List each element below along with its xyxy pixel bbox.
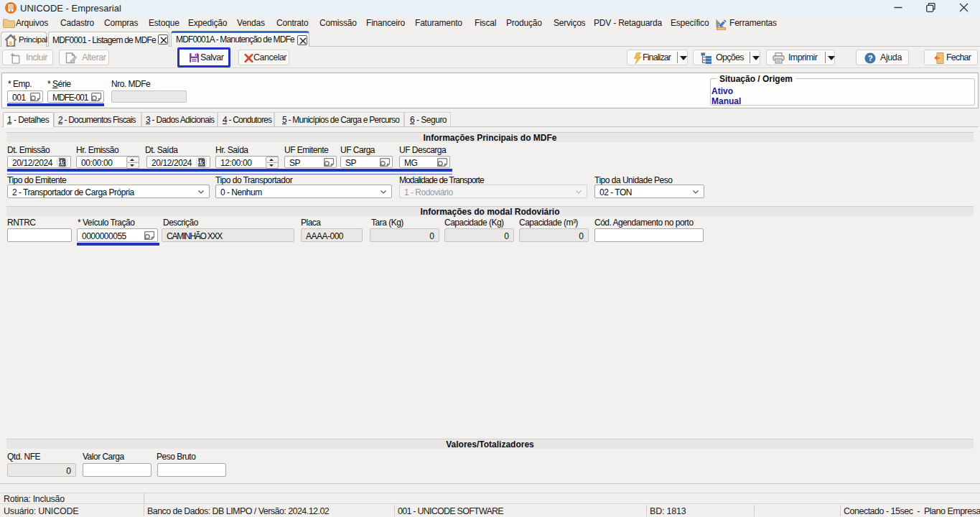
- svg-text:15: 15: [197, 159, 205, 166]
- svg-text:?: ?: [868, 54, 873, 62]
- svg-text:15: 15: [58, 159, 65, 166]
